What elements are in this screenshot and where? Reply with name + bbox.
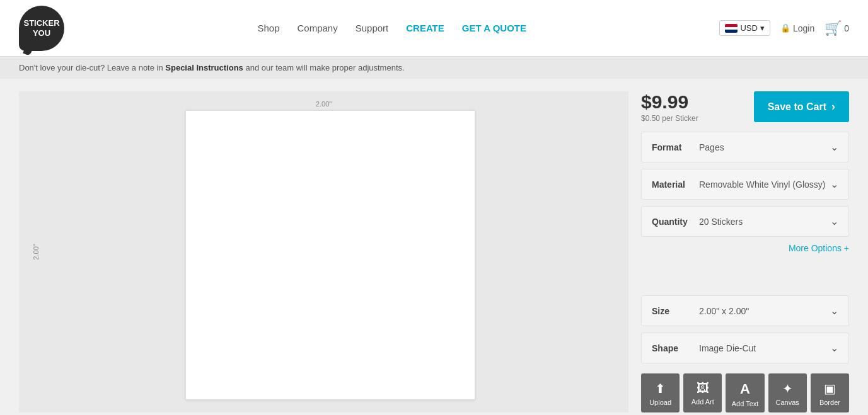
size-value: 2.00" x 2.00" (699, 306, 830, 316)
upload-icon: ⬆ (655, 381, 666, 396)
size-label: Size (652, 306, 699, 316)
save-button-label: Save to Cart (768, 101, 826, 113)
add-art-button[interactable]: 🖼 Add Art (683, 373, 722, 412)
cart-icon: 🛒 (825, 20, 842, 37)
format-label: Format (652, 142, 699, 152)
logo-bubble[interactable]: STICKER YOU (19, 6, 64, 51)
notification-text-bold: Special Instructions (165, 63, 243, 72)
notification-text-plain: Don't love your die-cut? Leave a note in (19, 63, 165, 72)
price-area: $9.99 $0.50 per Sticker Save to Cart › (641, 91, 849, 123)
material-chevron-icon: ⌄ (830, 178, 838, 190)
more-options-link[interactable]: More Options + (641, 243, 849, 253)
logo-area: STICKER YOU (19, 6, 64, 51)
main-content: 2.00" 2.00" $9.99 $0.50 per Sticker Save… (0, 79, 868, 415)
lock-icon: 🔒 (780, 23, 790, 33)
flag-icon (725, 24, 738, 33)
border-icon: ▣ (824, 381, 836, 396)
format-value: Pages (699, 142, 830, 152)
main-nav: Shop Company Support CREATE GET A QUOTE (257, 23, 526, 33)
save-button-arrow-icon: › (831, 100, 835, 113)
upload-label: Upload (649, 399, 671, 406)
cart-area[interactable]: 🛒 0 (825, 20, 849, 37)
price-per-sticker: $0.50 per Sticker (641, 114, 698, 123)
shape-chevron-icon: ⌄ (830, 342, 838, 354)
canvas-button[interactable]: ✦ Canvas (768, 373, 807, 412)
bottom-dropdowns: Size 2.00" x 2.00" ⌄ Shape Image Die-Cut… (641, 295, 849, 363)
ruler-top: 2.00" (316, 100, 332, 108)
format-chevron-icon: ⌄ (830, 141, 838, 153)
price-info: $9.99 $0.50 per Sticker (641, 91, 698, 123)
border-label: Border (819, 399, 840, 406)
notification-bar: Don't love your die-cut? Leave a note in… (0, 57, 868, 79)
currency-selector[interactable]: USD ▾ (719, 20, 770, 36)
cart-count: 0 (844, 23, 849, 33)
price-main: $9.99 (641, 91, 698, 113)
material-value: Removable White Vinyl (Glossy) (699, 179, 830, 190)
shape-value: Image Die-Cut (699, 343, 830, 353)
sticker-canvas[interactable] (185, 110, 475, 400)
logo-text: STICKER YOU (23, 18, 59, 38)
shape-label: Shape (652, 343, 699, 353)
nav-right: USD ▾ 🔒 Login 🛒 0 (719, 20, 849, 37)
quantity-label: Quantity (652, 217, 699, 227)
add-text-button[interactable]: A Add Text (726, 373, 764, 412)
ruler-left: 2.00" (32, 244, 40, 259)
nav-shop[interactable]: Shop (257, 23, 279, 33)
shape-dropdown[interactable]: Shape Image Die-Cut ⌄ (641, 333, 849, 363)
size-dropdown[interactable]: Size 2.00" x 2.00" ⌄ (641, 295, 849, 326)
add-text-label: Add Text (732, 400, 759, 407)
format-dropdown[interactable]: Format Pages ⌄ (641, 132, 849, 162)
material-label: Material (652, 179, 699, 190)
nav-company[interactable]: Company (297, 23, 337, 33)
currency-label: USD (740, 23, 757, 33)
login-label: Login (793, 23, 814, 33)
size-chevron-icon: ⌄ (830, 305, 838, 317)
nav-create[interactable]: CREATE (406, 23, 444, 33)
canvas-label: Canvas (776, 399, 799, 406)
quantity-dropdown[interactable]: Quantity 20 Stickers ⌄ (641, 206, 849, 237)
canvas-area: 2.00" 2.00" (19, 91, 628, 412)
right-panel: $9.99 $0.50 per Sticker Save to Cart › F… (641, 91, 849, 412)
border-button[interactable]: ▣ Border (811, 373, 849, 412)
notification-text-plain2: and our team will make proper adjustment… (243, 63, 405, 72)
nav-support[interactable]: Support (356, 23, 389, 33)
site-header: STICKER YOU Shop Company Support CREATE … (0, 0, 868, 57)
save-to-cart-button[interactable]: Save to Cart › (754, 91, 849, 122)
add-text-icon: A (740, 381, 750, 397)
add-art-icon: 🖼 (697, 381, 709, 395)
material-dropdown[interactable]: Material Removable White Vinyl (Glossy) … (641, 169, 849, 200)
canvas-icon: ✦ (782, 381, 793, 396)
add-art-label: Add Art (692, 398, 714, 406)
quantity-value: 20 Stickers (699, 217, 830, 227)
quantity-chevron-icon: ⌄ (830, 215, 838, 227)
tool-buttons: ⬆ Upload 🖼 Add Art A Add Text ✦ Canvas ▣… (641, 373, 849, 412)
upload-button[interactable]: ⬆ Upload (641, 373, 680, 412)
currency-chevron-icon: ▾ (760, 23, 765, 33)
login-link[interactable]: 🔒 Login (780, 23, 814, 33)
nav-quote[interactable]: GET A QUOTE (462, 23, 526, 33)
